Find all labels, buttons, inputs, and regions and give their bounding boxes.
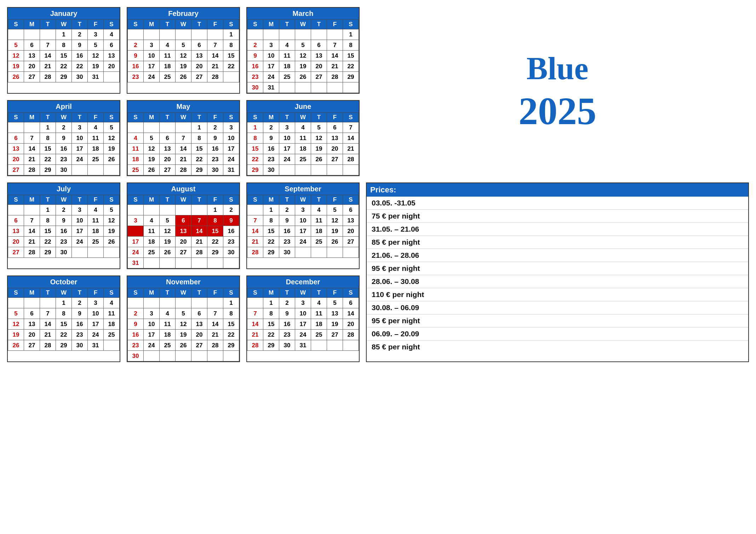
price-range-1: 03.05. -31.05 [367,197,748,210]
price-amount-6: 85 € per night [367,341,748,353]
title-year: 2025 [519,92,596,130]
month-header-october: October [8,276,120,288]
calendar-august: August SMTWTFS 12 3456789 111213141516 1… [127,182,240,269]
calendar-september: September SMTWTFS 123456 78910111213 141… [246,182,360,269]
month-header-june: June [247,101,359,112]
price-amount-1: 75 € per night [367,210,748,223]
calendar-december: December SMTWTFS 123456 78910111314 1415… [246,275,360,362]
month-header-august: August [127,183,239,195]
price-amount-2: 85 € per night [367,236,748,249]
calendar-may: May SMTWTFS 123 45678910 11121314151617 … [127,100,240,176]
month-header-march: March [247,8,359,19]
calendar-april: April SMTWTFS 12345 6789101112 131415161… [7,100,120,176]
month-header-april: April [8,101,120,112]
month-header-may: May [127,101,239,112]
calendar-july: July SMTWTFS 12345 6789101112 1314151617… [7,182,120,269]
month-header-november: November [127,276,239,288]
price-range-2: 31.05. – 21.06 [367,223,748,236]
prices-area: Prices: 03.05. -31.05 75 € per night 31.… [366,182,749,362]
calendar-march: March SMTWTFS 1 2345678 9101112131415 16… [246,7,360,94]
price-range-4: 28.06. – 30.08 [367,275,748,288]
price-amount-4: 110 € per night [367,288,748,301]
prices-header: Prices: [367,183,748,197]
title-area: Blue 2025 [366,7,749,176]
calendar-january: January SMTWTFS 1234 5678956 12131415161… [7,7,120,94]
title-blue: Blue [526,53,588,85]
month-header-february: February [127,8,239,19]
month-header-december: December [247,276,359,288]
price-range-6: 06.09. – 20.09 [367,327,748,341]
month-header-september: September [247,183,359,195]
price-amount-3: 95 € per night [367,262,748,275]
month-header-january: January [8,8,120,19]
calendar-february: February SMTWTFS 1 2345678 9101112131415… [127,7,240,94]
calendar-october: October SMTWTFS 1234 567891011 121314151… [7,275,120,362]
price-amount-5: 95 € per night [367,314,748,327]
calendar-november: November SMTWTFS 1 2345678 9101112131415… [127,275,240,362]
month-header-july: July [8,183,120,195]
price-range-3: 21.06. – 28.06 [367,249,748,262]
calendar-june: June SMTWTFS 1234567 891011121314 151617… [246,100,360,176]
main-grid: January SMTWTFS 1234 5678956 12131415161… [7,7,749,362]
price-range-5: 30.08. – 06.09 [367,301,748,314]
